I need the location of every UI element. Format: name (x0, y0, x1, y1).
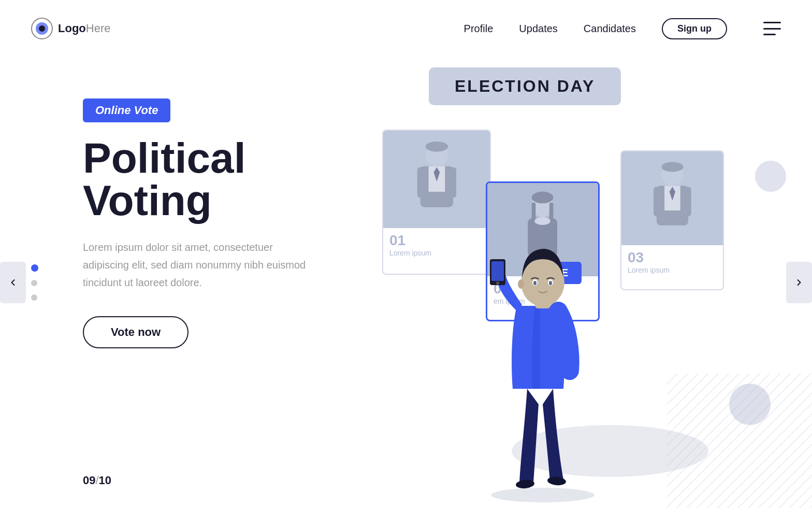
main-nav: Profile Updates Candidates Sign up (464, 18, 781, 39)
left-arrow-icon (8, 277, 18, 288)
main-person-svg (455, 192, 631, 503)
prev-arrow[interactable] (0, 262, 26, 303)
nav-dot-1[interactable] (31, 264, 38, 272)
hero-description: Lorem ipsum dolor sit amet, consectetuer… (83, 238, 321, 291)
hero-title: Political Voting (83, 137, 352, 222)
svg-point-38 (518, 279, 524, 289)
svg-point-33 (521, 259, 564, 306)
hamburger-menu-icon[interactable] (763, 22, 781, 35)
nav-candidates[interactable]: Candidates (584, 23, 636, 35)
right-illustration: ELECTION DAY (367, 57, 812, 508)
nav-dots (31, 264, 38, 301)
svg-point-6 (425, 142, 448, 152)
svg-point-25 (491, 488, 594, 502)
logo-text: LogoHere (58, 22, 110, 35)
nav-profile[interactable]: Profile (464, 23, 494, 35)
svg-rect-30 (491, 261, 504, 281)
svg-point-37 (549, 281, 552, 285)
hero-left: Online Vote Political Voting Lorem ipsum… (83, 98, 352, 348)
nav-dot-2[interactable] (31, 280, 37, 286)
svg-point-31 (496, 281, 499, 285)
candidate-photo-3 (621, 151, 723, 245)
election-banner: ELECTION DAY (429, 67, 621, 105)
nav-dot-3[interactable] (31, 294, 37, 301)
svg-point-2 (39, 25, 45, 32)
main-content: Online Vote Political Voting Lorem ipsum… (0, 57, 812, 508)
card-label-3: Lorem ipsum (628, 266, 717, 274)
card-info-3: 03 Lorem ipsum (621, 245, 723, 278)
svg-rect-24 (682, 187, 691, 216)
next-arrow[interactable] (786, 262, 812, 303)
svg-rect-10 (417, 167, 426, 198)
page-number: 09/10 (83, 474, 111, 487)
nav-updates[interactable]: Updates (519, 23, 558, 35)
hero-badge: Online Vote (83, 98, 170, 122)
logo[interactable]: LogoHere (31, 18, 110, 39)
candidate-card-3: 03 Lorem ipsum (620, 150, 724, 290)
card-number-3: 03 (628, 249, 717, 266)
main-person (455, 192, 631, 503)
logo-icon (31, 18, 53, 39)
svg-point-19 (661, 162, 683, 172)
svg-rect-23 (654, 187, 662, 216)
signup-button[interactable]: Sign up (662, 18, 727, 39)
candidate-person-3 (632, 156, 713, 245)
right-arrow-icon (794, 277, 804, 288)
badge-text: Online Vote (95, 104, 158, 117)
vote-now-button[interactable]: Vote now (83, 316, 189, 348)
election-banner-text: ELECTION DAY (455, 77, 595, 95)
svg-point-36 (533, 281, 536, 285)
